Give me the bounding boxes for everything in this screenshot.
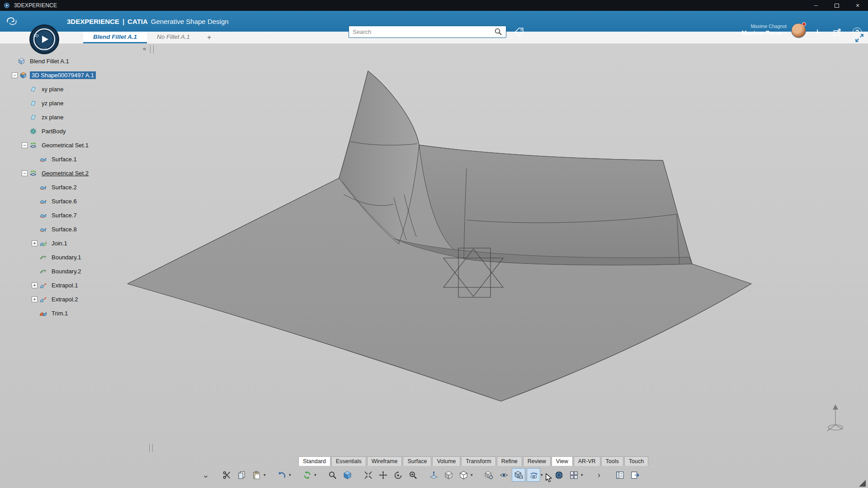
- tree-item[interactable]: Surface.2: [3, 180, 152, 194]
- collapse-node-icon[interactable]: −: [22, 142, 28, 148]
- document-tab[interactable]: Blend Fillet A.1: [83, 32, 147, 43]
- expand-node-icon[interactable]: +: [32, 240, 38, 246]
- tree-item-label[interactable]: Geometrical Set.2: [40, 169, 90, 177]
- tree-item-label[interactable]: Extrapol.1: [50, 282, 80, 289]
- toolbar-tab-touch[interactable]: Touch: [624, 456, 648, 466]
- turntable-icon[interactable]: [527, 468, 540, 482]
- copy-icon[interactable]: [235, 468, 248, 482]
- toolbar-tab-view[interactable]: View: [552, 456, 573, 466]
- toolbar-tab-review[interactable]: Review: [523, 456, 551, 466]
- toolbar-tab-standard[interactable]: Standard: [298, 456, 330, 466]
- tree-item[interactable]: +Extrapol.2: [3, 292, 152, 306]
- tree-item[interactable]: Surface.8: [3, 222, 152, 236]
- hide-show-icon[interactable]: [497, 468, 510, 482]
- undo-dropdown-icon[interactable]: ▾: [289, 473, 293, 477]
- resize-grip[interactable]: [859, 480, 866, 487]
- paste-dropdown-icon[interactable]: ▾: [264, 473, 268, 477]
- toolbar-tab-surface[interactable]: Surface: [403, 456, 431, 466]
- tree-item-label[interactable]: 3D Shape00079497 A.1: [30, 71, 96, 79]
- collapse-tree-icon[interactable]: «: [143, 45, 146, 52]
- zoom-search-icon[interactable]: [326, 468, 339, 482]
- tag-icon[interactable]: [514, 27, 524, 38]
- render-style-icon[interactable]: [457, 468, 470, 482]
- tree-item-label[interactable]: yz plane: [40, 99, 65, 107]
- toolbar-tab-essentials[interactable]: Essentials: [331, 456, 366, 466]
- multi-view-dropdown-icon[interactable]: ▾: [581, 473, 585, 477]
- tree-item[interactable]: −Geometrical Set.2: [3, 166, 152, 180]
- add-content-button[interactable]: +: [811, 26, 824, 38]
- tree-item-label[interactable]: zx plane: [40, 113, 65, 121]
- iso-view-icon[interactable]: [340, 468, 354, 482]
- update-dropdown-icon[interactable]: ▾: [314, 473, 318, 477]
- panel-splitter-handle[interactable]: [149, 444, 153, 452]
- toolbar-tab-tools[interactable]: Tools: [601, 456, 623, 466]
- document-tab[interactable]: No Fillet A.1: [147, 32, 200, 43]
- user-block[interactable]: Maxime Chagnot Maxime Perso▾: [741, 23, 787, 37]
- expand-node-icon[interactable]: +: [32, 296, 38, 302]
- tree-item[interactable]: Surface.6: [3, 194, 152, 208]
- expand-node-icon[interactable]: +: [32, 282, 38, 288]
- tree-item-label[interactable]: Extrapol.2: [50, 296, 80, 303]
- tree-item[interactable]: Surface.7: [3, 208, 152, 222]
- view-mode-icon[interactable]: [442, 468, 455, 482]
- tree-item[interactable]: yz plane: [3, 96, 152, 110]
- cut-icon[interactable]: [220, 468, 233, 482]
- panel-splitter-handle[interactable]: [150, 45, 154, 53]
- view-settings-icon[interactable]: [482, 468, 495, 482]
- tree-item[interactable]: −3D Shape00079497 A.1: [3, 68, 152, 82]
- tree-panel-icon[interactable]: [613, 468, 627, 482]
- share-icon[interactable]: [831, 26, 844, 38]
- minimize-button[interactable]: ─: [806, 0, 826, 11]
- render-style-dropdown-icon[interactable]: ▾: [471, 473, 475, 477]
- pan-icon[interactable]: [376, 468, 390, 482]
- fit-all-icon[interactable]: [361, 468, 375, 482]
- ambience-icon[interactable]: [552, 468, 566, 482]
- tree-item[interactable]: +Join.1: [3, 236, 152, 250]
- update-icon[interactable]: [300, 468, 314, 482]
- tree-item[interactable]: PartBody: [3, 124, 152, 138]
- multi-view-icon[interactable]: [567, 468, 580, 482]
- tree-item[interactable]: +Extrapol.1: [3, 278, 152, 292]
- tree-item[interactable]: Trim.1: [3, 306, 152, 320]
- tree-item-label[interactable]: Join.1: [50, 239, 69, 247]
- tree-item[interactable]: Surface.1: [3, 152, 152, 166]
- tree-item-label[interactable]: Boundary.1: [50, 253, 83, 261]
- tree-item[interactable]: Boundary.2: [3, 264, 152, 278]
- tree-item-label[interactable]: Blend Fillet A.1: [28, 57, 71, 65]
- tree-item-label[interactable]: Surface.8: [50, 225, 79, 233]
- tree-item[interactable]: Boundary.1: [3, 250, 152, 264]
- rotate-icon[interactable]: [391, 468, 405, 482]
- tree-item-label[interactable]: Boundary.2: [50, 267, 83, 275]
- toolbar-tab-ar-vr[interactable]: AR-VR: [574, 456, 600, 466]
- turntable-dropdown-icon[interactable]: ▾: [541, 473, 545, 477]
- help-icon[interactable]: ?: [851, 26, 863, 38]
- tree-item-label[interactable]: Trim.1: [50, 310, 70, 317]
- 3dexperience-compass-icon[interactable]: 3D V.R: [29, 24, 60, 55]
- new-tab-button[interactable]: +: [200, 32, 218, 43]
- more-tools-icon[interactable]: ›: [592, 468, 606, 482]
- tree-item-label[interactable]: Surface.1: [50, 155, 79, 163]
- copy-window-icon[interactable]: [628, 468, 642, 482]
- maximize-button[interactable]: [826, 0, 847, 11]
- tree-item[interactable]: xy plane: [3, 82, 152, 96]
- toolbar-tab-wireframe[interactable]: Wireframe: [367, 456, 402, 466]
- tree-item-label[interactable]: PartBody: [40, 127, 67, 135]
- close-button[interactable]: ✕: [847, 0, 868, 11]
- tree-item[interactable]: zx plane: [3, 110, 152, 124]
- zoom-in-icon[interactable]: [406, 468, 420, 482]
- normal-view-icon[interactable]: [427, 468, 440, 482]
- tree-item[interactable]: −Geometrical Set.1: [3, 138, 152, 152]
- paste-icon[interactable]: [250, 468, 263, 482]
- toolbar-tab-refine[interactable]: Refine: [497, 456, 522, 466]
- toolbar-tab-volume[interactable]: Volume: [432, 456, 460, 466]
- user-profile[interactable]: Maxime Perso▾: [741, 29, 787, 37]
- tree-item-label[interactable]: xy plane: [40, 85, 65, 93]
- search-icon[interactable]: [494, 28, 503, 37]
- undo-icon[interactable]: [275, 468, 288, 482]
- toolbar-tab-transform[interactable]: Transform: [461, 456, 496, 466]
- collapse-node-icon[interactable]: −: [22, 170, 28, 176]
- search-box[interactable]: [349, 26, 506, 38]
- tree-item-label[interactable]: Surface.2: [50, 183, 79, 191]
- tree-item-label[interactable]: Surface.7: [50, 211, 79, 219]
- collapse-node-icon[interactable]: −: [12, 72, 18, 78]
